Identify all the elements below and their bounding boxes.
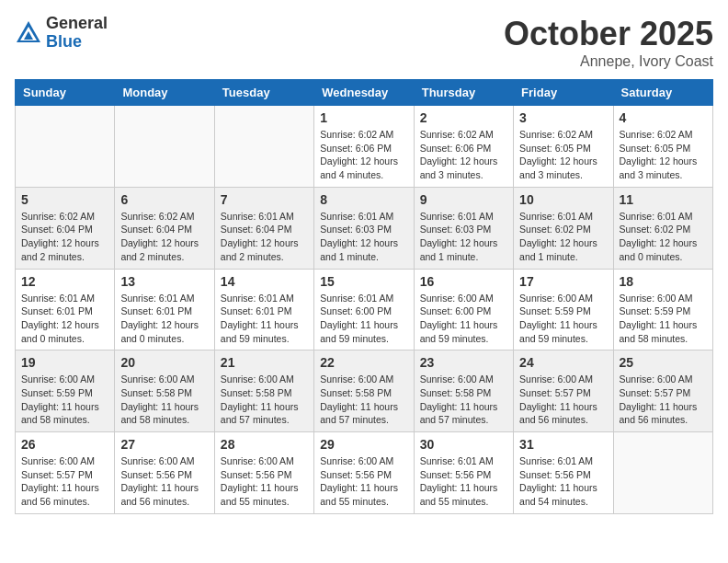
calendar-cell: 28Sunrise: 6:00 AM Sunset: 5:56 PM Dayli… xyxy=(214,432,313,514)
day-number: 16 xyxy=(420,274,507,289)
day-info: Sunrise: 6:02 AM Sunset: 6:05 PM Dayligh… xyxy=(519,128,607,182)
day-number: 17 xyxy=(519,274,607,289)
day-number: 11 xyxy=(620,192,707,207)
day-number: 25 xyxy=(620,355,707,370)
day-number: 24 xyxy=(519,355,607,370)
day-number: 6 xyxy=(120,192,208,207)
calendar-cell xyxy=(613,432,712,514)
day-number: 7 xyxy=(221,192,308,207)
calendar-cell: 20Sunrise: 6:00 AM Sunset: 5:58 PM Dayli… xyxy=(115,350,214,432)
day-number: 27 xyxy=(120,437,208,452)
day-info: Sunrise: 6:00 AM Sunset: 5:58 PM Dayligh… xyxy=(221,373,308,427)
title-area: October 2025 Annepe, Ivory Coast xyxy=(504,15,713,70)
calendar-cell: 6Sunrise: 6:02 AM Sunset: 6:04 PM Daylig… xyxy=(115,187,214,269)
calendar-table: SundayMondayTuesdayWednesdayThursdayFrid… xyxy=(15,79,713,514)
calendar-cell: 4Sunrise: 6:02 AM Sunset: 6:05 PM Daylig… xyxy=(613,106,712,188)
calendar-row: 1Sunrise: 6:02 AM Sunset: 6:06 PM Daylig… xyxy=(16,106,713,188)
calendar-cell: 24Sunrise: 6:00 AM Sunset: 5:57 PM Dayli… xyxy=(514,350,613,432)
weekday-header: Friday xyxy=(514,80,613,106)
day-info: Sunrise: 6:01 AM Sunset: 6:00 PM Dayligh… xyxy=(320,292,407,346)
calendar-cell xyxy=(16,106,115,188)
logo: General Blue xyxy=(15,15,108,52)
day-info: Sunrise: 6:00 AM Sunset: 6:00 PM Dayligh… xyxy=(420,292,507,346)
calendar-cell: 30Sunrise: 6:01 AM Sunset: 5:56 PM Dayli… xyxy=(414,432,513,514)
day-number: 3 xyxy=(519,110,607,125)
day-info: Sunrise: 6:00 AM Sunset: 5:57 PM Dayligh… xyxy=(519,373,607,427)
weekday-header: Saturday xyxy=(613,80,712,106)
day-number: 30 xyxy=(420,437,507,452)
logo-general-text: General xyxy=(46,15,108,33)
day-info: Sunrise: 6:00 AM Sunset: 5:56 PM Dayligh… xyxy=(320,454,407,509)
calendar-cell: 18Sunrise: 6:00 AM Sunset: 5:59 PM Dayli… xyxy=(613,269,712,350)
calendar-cell: 10Sunrise: 6:01 AM Sunset: 6:02 PM Dayli… xyxy=(514,187,613,269)
calendar-cell: 26Sunrise: 6:00 AM Sunset: 5:57 PM Dayli… xyxy=(16,432,115,514)
calendar-cell: 3Sunrise: 6:02 AM Sunset: 6:05 PM Daylig… xyxy=(514,106,613,188)
calendar-cell: 9Sunrise: 6:01 AM Sunset: 6:03 PM Daylig… xyxy=(414,187,513,269)
calendar-cell: 14Sunrise: 6:01 AM Sunset: 6:01 PM Dayli… xyxy=(214,269,313,350)
day-info: Sunrise: 6:01 AM Sunset: 6:01 PM Dayligh… xyxy=(21,292,108,346)
weekday-header: Thursday xyxy=(414,80,513,106)
day-number: 10 xyxy=(519,192,607,207)
calendar-cell: 13Sunrise: 6:01 AM Sunset: 6:01 PM Dayli… xyxy=(115,269,214,350)
calendar-cell: 8Sunrise: 6:01 AM Sunset: 6:03 PM Daylig… xyxy=(314,187,414,269)
logo-blue-text: Blue xyxy=(46,33,108,52)
calendar-row: 26Sunrise: 6:00 AM Sunset: 5:57 PM Dayli… xyxy=(16,432,713,514)
day-info: Sunrise: 6:01 AM Sunset: 6:01 PM Dayligh… xyxy=(120,292,208,346)
day-info: Sunrise: 6:00 AM Sunset: 5:58 PM Dayligh… xyxy=(320,373,407,427)
day-info: Sunrise: 6:01 AM Sunset: 5:56 PM Dayligh… xyxy=(519,454,607,509)
calendar-cell: 29Sunrise: 6:00 AM Sunset: 5:56 PM Dayli… xyxy=(314,432,414,514)
day-number: 31 xyxy=(519,437,607,452)
calendar-cell: 17Sunrise: 6:00 AM Sunset: 5:59 PM Dayli… xyxy=(514,269,613,350)
calendar-header-row: SundayMondayTuesdayWednesdayThursdayFrid… xyxy=(16,80,713,106)
calendar-row: 19Sunrise: 6:00 AM Sunset: 5:59 PM Dayli… xyxy=(16,350,713,432)
day-info: Sunrise: 6:02 AM Sunset: 6:04 PM Dayligh… xyxy=(21,210,108,264)
day-number: 4 xyxy=(620,110,707,125)
calendar-cell xyxy=(214,106,313,188)
day-number: 1 xyxy=(320,110,407,125)
day-info: Sunrise: 6:01 AM Sunset: 6:03 PM Dayligh… xyxy=(320,210,407,264)
month-title: October 2025 xyxy=(504,15,713,53)
calendar-cell: 5Sunrise: 6:02 AM Sunset: 6:04 PM Daylig… xyxy=(16,187,115,269)
calendar-cell xyxy=(115,106,214,188)
calendar-cell: 1Sunrise: 6:02 AM Sunset: 6:06 PM Daylig… xyxy=(314,106,414,188)
day-info: Sunrise: 6:01 AM Sunset: 6:04 PM Dayligh… xyxy=(221,210,308,264)
day-number: 22 xyxy=(320,355,407,370)
day-number: 18 xyxy=(620,274,707,289)
calendar-cell: 25Sunrise: 6:00 AM Sunset: 5:57 PM Dayli… xyxy=(613,350,712,432)
day-info: Sunrise: 6:01 AM Sunset: 6:02 PM Dayligh… xyxy=(620,210,707,264)
day-number: 28 xyxy=(221,437,308,452)
weekday-header: Sunday xyxy=(16,80,115,106)
day-info: Sunrise: 6:00 AM Sunset: 5:58 PM Dayligh… xyxy=(120,373,208,427)
day-number: 23 xyxy=(420,355,507,370)
day-number: 26 xyxy=(21,437,108,452)
calendar-cell: 23Sunrise: 6:00 AM Sunset: 5:58 PM Dayli… xyxy=(414,350,513,432)
calendar-cell: 19Sunrise: 6:00 AM Sunset: 5:59 PM Dayli… xyxy=(16,350,115,432)
day-info: Sunrise: 6:01 AM Sunset: 5:56 PM Dayligh… xyxy=(420,454,507,509)
day-info: Sunrise: 6:00 AM Sunset: 5:58 PM Dayligh… xyxy=(420,373,507,427)
day-number: 8 xyxy=(320,192,407,207)
day-info: Sunrise: 6:00 AM Sunset: 5:57 PM Dayligh… xyxy=(620,373,707,427)
day-number: 14 xyxy=(221,274,308,289)
day-number: 19 xyxy=(21,355,108,370)
day-info: Sunrise: 6:01 AM Sunset: 6:03 PM Dayligh… xyxy=(420,210,507,264)
day-info: Sunrise: 6:02 AM Sunset: 6:04 PM Dayligh… xyxy=(120,210,208,264)
calendar-row: 5Sunrise: 6:02 AM Sunset: 6:04 PM Daylig… xyxy=(16,187,713,269)
calendar-cell: 2Sunrise: 6:02 AM Sunset: 6:06 PM Daylig… xyxy=(414,106,513,188)
day-number: 29 xyxy=(320,437,407,452)
day-info: Sunrise: 6:00 AM Sunset: 5:59 PM Dayligh… xyxy=(519,292,607,346)
page-header: General Blue October 2025 Annepe, Ivory … xyxy=(15,15,713,70)
day-number: 15 xyxy=(320,274,407,289)
weekday-header: Monday xyxy=(115,80,214,106)
calendar-cell: 31Sunrise: 6:01 AM Sunset: 5:56 PM Dayli… xyxy=(514,432,613,514)
day-number: 12 xyxy=(21,274,108,289)
day-info: Sunrise: 6:02 AM Sunset: 6:05 PM Dayligh… xyxy=(620,128,707,182)
calendar-cell: 15Sunrise: 6:01 AM Sunset: 6:00 PM Dayli… xyxy=(314,269,414,350)
calendar-cell: 16Sunrise: 6:00 AM Sunset: 6:00 PM Dayli… xyxy=(414,269,513,350)
day-number: 9 xyxy=(420,192,507,207)
day-info: Sunrise: 6:01 AM Sunset: 6:02 PM Dayligh… xyxy=(519,210,607,264)
calendar-cell: 11Sunrise: 6:01 AM Sunset: 6:02 PM Dayli… xyxy=(613,187,712,269)
location-title: Annepe, Ivory Coast xyxy=(504,53,713,70)
day-info: Sunrise: 6:00 AM Sunset: 5:59 PM Dayligh… xyxy=(620,292,707,346)
calendar-cell: 7Sunrise: 6:01 AM Sunset: 6:04 PM Daylig… xyxy=(214,187,313,269)
calendar-cell: 22Sunrise: 6:00 AM Sunset: 5:58 PM Dayli… xyxy=(314,350,414,432)
